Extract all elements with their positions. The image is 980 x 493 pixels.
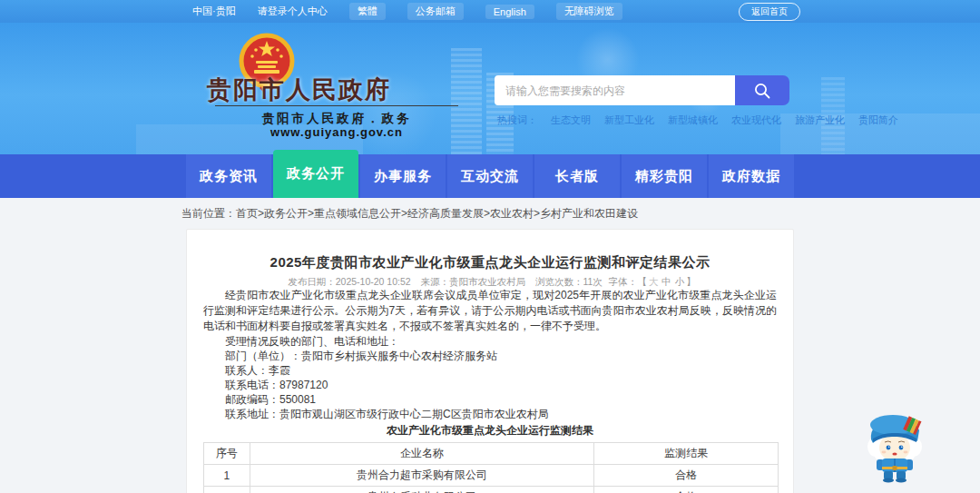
col-header-result: 监测结果 (594, 443, 779, 465)
login-link[interactable]: 请登录个人中心 (258, 5, 328, 18)
hot-word-link[interactable]: 生态文明 (551, 113, 591, 127)
contact-line: 联系地址：贵阳市观山湖区市级行政中心二期C区贵阳市农业农村局 (203, 407, 777, 421)
contact-line: 部门（单位）：贵阳市乡村振兴服务中心农村经济服务站 (203, 349, 777, 363)
site-url: www.guiyang.gov.cn (215, 125, 458, 139)
table-row: 2 贵州友禾种业有限公司 合格 (204, 487, 779, 493)
official-mail-link[interactable]: 公务邮箱 (407, 3, 464, 20)
font-size-label-close: 】 (686, 276, 696, 287)
company-name: 贵州合力超市采购有限公司 (250, 465, 594, 487)
row-index: 1 (204, 465, 250, 487)
top-utility-bar: 中国·贵阳 请登录个人中心 繁體 公务邮箱 English 无障碍浏览 返回首页 (0, 0, 980, 23)
article-paragraph: 经贵阳市农业产业化市级重点龙头企业联席会议成员单位审定，现对2025年开展的农业… (203, 288, 777, 334)
nav-tab-gov-data[interactable]: 政府数据 (709, 154, 794, 198)
article-source: 来源：贵阳市农业农村局 (421, 276, 526, 287)
nav-tab-disclosure[interactable]: 政务公开 (273, 150, 358, 198)
monitor-result: 合格 (594, 487, 779, 493)
accessibility-link[interactable]: 无障碍浏览 (556, 3, 622, 20)
article-meta: 发布日期：2025-10-20 10:52 来源：贵阳市农业农村局 浏览次数：1… (203, 275, 777, 288)
font-size-large-button[interactable]: 大 (649, 276, 659, 287)
search-bar (495, 75, 789, 105)
contact-line: 联系人：李霞 (203, 363, 777, 378)
nav-tab-news[interactable]: 政务资讯 (186, 154, 271, 198)
nav-tab-splendid-guiyang[interactable]: 精彩贵阳 (622, 154, 707, 198)
table-header-row: 序号 企业名称 监测结果 (204, 443, 779, 465)
hot-word-link[interactable]: 新型城镇化 (668, 113, 718, 127)
search-button[interactable] (735, 75, 789, 105)
col-header-index: 序号 (204, 443, 250, 465)
monitor-result: 合格 (594, 465, 779, 487)
hot-word-link[interactable]: 旅游产业化 (795, 113, 845, 127)
site-banner: 贵阳市人民政府 贵阳市人民政府．政务 www.guiyang.gov.cn 热搜… (0, 23, 980, 154)
table-row: 1 贵州合力超市采购有限公司 合格 (204, 465, 779, 487)
publish-date: 发布日期：2025-10-20 10:52 (288, 276, 410, 287)
mascot-figure[interactable] (864, 409, 926, 483)
row-index: 2 (204, 487, 250, 493)
top-utility-links: 中国·贵阳 请登录个人中心 繁體 公务邮箱 English 无障碍浏览 (192, 3, 739, 20)
contact-line: 受理情况反映的部门、电话和地址： (203, 334, 777, 349)
nav-tab-interaction[interactable]: 互动交流 (447, 154, 533, 198)
font-size-small-button[interactable]: 小 (675, 276, 685, 287)
hot-search-row: 热搜词： 生态文明 新型工业化 新型城镇化 农业现代化 旅游产业化 贵阳简介 (497, 113, 898, 127)
hot-search-label: 热搜词： (497, 113, 537, 127)
search-icon (753, 82, 771, 100)
contact-line: 联系电话：87987120 (203, 378, 777, 392)
breadcrumb-path[interactable]: 首页>政务公开>重点领域信息公开>经济高质量发展>农业农村>乡村产业和农田建设 (236, 207, 638, 220)
breadcrumb: 当前位置：首页>政务公开>重点领域信息公开>经济高质量发展>农业农村>乡村产业和… (0, 198, 980, 229)
back-home-button[interactable]: 返回首页 (739, 3, 800, 21)
site-title: 贵阳市人民政府 (207, 74, 391, 106)
contact-line: 邮政编码：550081 (203, 392, 777, 407)
article-card: 2025年度贵阳市农业产业化市级重点龙头企业运行监测和评定结果公示 发布日期：2… (186, 229, 794, 493)
view-count: 浏览次数：11次 (535, 276, 603, 287)
hot-word-link[interactable]: 贵阳简介 (858, 113, 898, 127)
hot-word-link[interactable]: 农业现代化 (731, 113, 781, 127)
english-link[interactable]: English (485, 5, 534, 19)
monitoring-results-table: 序号 企业名称 监测结果 1 贵州合力超市采购有限公司 合格 2 贵州友禾种业有… (203, 442, 779, 493)
results-table-title: 农业产业化市级重点龙头企业运行监测结果 (203, 423, 777, 439)
site-subtitle: 贵阳市人民政府．政务 (215, 105, 458, 127)
nav-tab-services[interactable]: 办事服务 (360, 154, 446, 198)
main-area: 当前位置：首页>政务公开>重点领域信息公开>经济高质量发展>农业农村>乡村产业和… (0, 198, 980, 493)
font-size-medium-button[interactable]: 中 (662, 276, 671, 287)
article-title: 2025年度贵阳市农业产业化市级重点龙头企业运行监测和评定结果公示 (203, 253, 777, 271)
traditional-chinese-link[interactable]: 繁體 (349, 3, 386, 20)
nav-tab-senior-version[interactable]: 长者版 (534, 154, 620, 198)
breadcrumb-label: 当前位置： (181, 207, 236, 220)
font-size-label: 字体：【 (609, 276, 647, 287)
hot-word-link[interactable]: 新型工业化 (604, 113, 654, 127)
search-input[interactable] (495, 75, 735, 105)
col-header-company: 企业名称 (250, 443, 594, 465)
main-nav: 政务资讯 政务公开 办事服务 互动交流 长者版 精彩贵阳 政府数据 (0, 154, 980, 198)
company-name: 贵州友禾种业有限公司 (250, 487, 594, 493)
region-link[interactable]: 中国·贵阳 (192, 5, 236, 18)
